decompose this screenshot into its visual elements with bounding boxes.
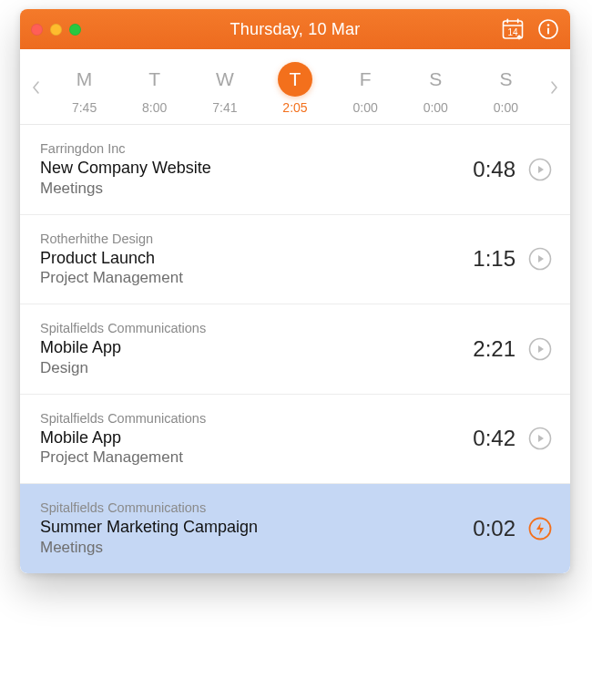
- entry-duration: 1:15: [461, 246, 515, 272]
- entry-meta: Rotherhithe DesignProduct LaunchProject …: [40, 232, 448, 288]
- entry-meta: Spitalfields CommunicationsSummer Market…: [40, 500, 448, 557]
- window-title: Thursday, 10 Mar: [20, 20, 570, 39]
- day-duration: 7:41: [189, 100, 260, 115]
- zoom-window-button[interactable]: [69, 24, 81, 36]
- entry-meta: Spitalfields CommunicationsMobile AppDes…: [40, 321, 448, 377]
- day-duration: 0:00: [331, 100, 401, 115]
- entry-task: Meetings: [40, 180, 448, 198]
- day-column[interactable]: S0:00: [401, 62, 471, 115]
- day-letter: W: [208, 62, 242, 97]
- entry-duration: 0:02: [461, 516, 515, 541]
- svg-rect-6: [547, 28, 549, 35]
- entry-client: Spitalfields Communications: [40, 500, 448, 515]
- start-timer-button[interactable]: [528, 337, 552, 361]
- window-controls: [31, 24, 81, 36]
- day-column[interactable]: W7:41: [189, 62, 260, 115]
- day-letter: T: [278, 62, 312, 97]
- entry-project: Summer Marketing Campaign: [40, 517, 448, 538]
- entries-list: Farringdon IncNew Company WebsiteMeeting…: [20, 125, 570, 573]
- titlebar-actions: 14: [501, 17, 559, 41]
- day-letter: T: [138, 62, 172, 97]
- entry-task: Project Management: [40, 269, 448, 287]
- day-column[interactable]: M7:45: [49, 62, 119, 115]
- info-button[interactable]: [537, 18, 559, 40]
- svg-point-5: [547, 24, 550, 26]
- prev-week-button[interactable]: [22, 79, 49, 98]
- time-entry-row[interactable]: Spitalfields CommunicationsMobile AppDes…: [20, 304, 570, 395]
- day-letter: F: [348, 62, 383, 97]
- start-timer-button[interactable]: [528, 158, 552, 181]
- entry-duration: 0:42: [461, 426, 515, 451]
- close-window-button[interactable]: [31, 24, 43, 36]
- day-column[interactable]: F0:00: [331, 62, 401, 115]
- day-duration: 8:00: [119, 100, 189, 115]
- entry-project: Mobile App: [40, 427, 448, 448]
- next-week-button[interactable]: [541, 79, 568, 98]
- day-duration: 0:00: [401, 100, 471, 115]
- entry-client: Farringdon Inc: [40, 141, 448, 156]
- calendar-badge-text: 14: [507, 27, 518, 37]
- day-duration: 2:05: [260, 100, 330, 115]
- calendar-today-button[interactable]: 14: [501, 17, 525, 41]
- entry-project: Mobile App: [40, 337, 448, 358]
- minimize-window-button[interactable]: [50, 24, 62, 36]
- day-column[interactable]: T2:05: [260, 62, 330, 115]
- app-window: Thursday, 10 Mar 14: [20, 9, 570, 573]
- entry-project: Product Launch: [40, 248, 448, 269]
- time-entry-row[interactable]: Rotherhithe DesignProduct LaunchProject …: [20, 215, 570, 305]
- entry-project: New Company Website: [40, 158, 448, 179]
- start-timer-button[interactable]: [528, 247, 552, 271]
- time-entry-row[interactable]: Spitalfields CommunicationsMobile AppPro…: [20, 395, 570, 485]
- entry-task: Meetings: [40, 539, 448, 557]
- entry-duration: 2:21: [461, 336, 515, 362]
- time-entry-row[interactable]: Farringdon IncNew Company WebsiteMeeting…: [20, 125, 570, 215]
- entry-meta: Spitalfields CommunicationsMobile AppPro…: [40, 411, 448, 468]
- day-letter: S: [488, 62, 523, 97]
- day-column[interactable]: T8:00: [119, 62, 189, 115]
- svg-rect-2: [507, 19, 509, 24]
- entry-duration: 0:48: [461, 157, 515, 182]
- entry-task: Design: [40, 359, 448, 377]
- week-strip: M7:45T8:00W7:41T2:05F0:00S0:00S0:00: [20, 49, 570, 125]
- day-column[interactable]: S0:00: [471, 62, 541, 115]
- time-entry-row[interactable]: Spitalfields CommunicationsSummer Market…: [20, 484, 570, 573]
- entry-task: Project Management: [40, 448, 448, 467]
- entry-client: Rotherhithe Design: [40, 232, 448, 246]
- entry-client: Spitalfields Communications: [40, 411, 448, 426]
- day-duration: 7:45: [49, 100, 119, 115]
- entry-meta: Farringdon IncNew Company WebsiteMeeting…: [40, 141, 448, 198]
- start-timer-button[interactable]: [528, 427, 552, 450]
- day-duration: 0:00: [471, 100, 541, 115]
- entry-client: Spitalfields Communications: [40, 321, 448, 335]
- running-timer-icon[interactable]: [528, 517, 552, 540]
- titlebar: Thursday, 10 Mar 14: [20, 9, 570, 49]
- svg-rect-3: [517, 19, 519, 24]
- day-letter: S: [418, 62, 453, 97]
- day-letter: M: [67, 62, 102, 97]
- days-row: M7:45T8:00W7:41T2:05F0:00S0:00S0:00: [49, 62, 541, 115]
